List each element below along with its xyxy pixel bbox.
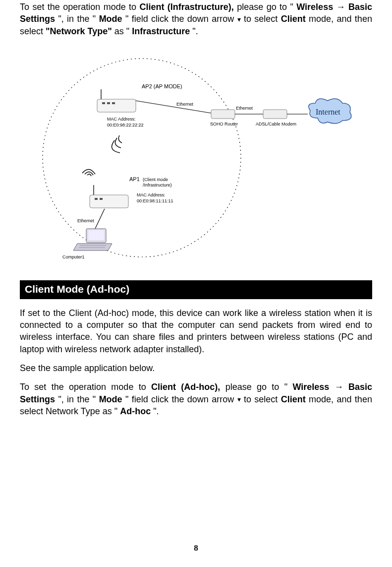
text: To set the operation mode to: [20, 2, 139, 12]
svg-rect-17: [88, 230, 104, 240]
text: please go to ": [237, 2, 293, 12]
text-bold: Ad-hoc: [120, 406, 151, 416]
diagram-ethernet-label-3: Ethernet: [77, 218, 95, 223]
text: To set the operation mode to: [20, 382, 151, 392]
text-bold: Wireless: [296, 2, 333, 12]
text-bold: Client: [281, 14, 306, 24]
svg-line-15: [95, 209, 105, 230]
text: ", in the ": [58, 394, 96, 404]
svg-rect-11: [90, 195, 128, 208]
svg-line-6: [136, 101, 211, 113]
diagram-ap2-mac-label: MAC Address:: [107, 117, 136, 122]
adhoc-description-paragraph: If set to the Client (Ad-hoc) mode, this…: [20, 307, 372, 355]
svg-rect-7: [211, 110, 235, 119]
network-diagram: AP2 (AP MODE) MAC Address: 00:E0:98:22:2…: [20, 51, 372, 264]
text: as ": [114, 26, 129, 36]
svg-rect-5: [112, 102, 115, 104]
diagram-computer1-label: Computer1: [62, 254, 85, 259]
page-number: 8: [0, 543, 392, 553]
diagram-ap1-mac-label: MAC Address:: [137, 192, 166, 197]
diagram-ap1-mode: (Client mode /Infrastructure): [143, 177, 172, 188]
text: " field click the down arrow: [125, 14, 237, 24]
text-bold: Mode: [99, 394, 122, 404]
text: to select: [244, 14, 281, 24]
diagram-ap2-label: AP2 (AP MODE): [142, 83, 182, 89]
diagram-soho-router-label: SOHO Router: [210, 122, 238, 126]
text: " field click the down arrow: [125, 394, 237, 404]
text: ".: [153, 406, 159, 416]
text-bold: Wireless: [292, 382, 329, 392]
svg-rect-14: [100, 198, 103, 200]
text-bold: Client: [281, 394, 306, 404]
dropdown-arrow-icon: ▾: [237, 395, 241, 404]
text: please go to ": [225, 382, 287, 392]
svg-rect-9: [263, 110, 287, 119]
see-sample-paragraph: See the sample application below.: [20, 362, 372, 374]
svg-rect-13: [95, 198, 98, 200]
svg-rect-1: [97, 99, 136, 112]
text: to select: [244, 394, 281, 404]
diagram-adsl-label: ADSL/Cable Modem: [256, 122, 296, 126]
arrow-right-icon: →: [336, 2, 345, 12]
top-instruction-paragraph: To set the operation mode to Client (Inf…: [20, 1, 372, 37]
svg-rect-4: [107, 102, 110, 104]
section-heading-client-mode-adhoc: Client Mode (Ad-hoc): [20, 280, 372, 299]
dropdown-arrow-icon: ▾: [237, 15, 241, 24]
diagram-ap2-mac-value: 00:E0:98:22:22:22: [107, 123, 144, 127]
diagram-ethernet-label-1: Ethernet: [176, 102, 194, 107]
diagram-internet-label: Internet: [316, 108, 340, 116]
text-bold: Client (Ad-hoc),: [151, 382, 220, 392]
text-bold: "Network Type": [46, 26, 112, 36]
svg-rect-3: [102, 102, 105, 104]
diagram-ap1-label: AP1: [129, 176, 140, 182]
arrow-right-icon: →: [335, 382, 343, 392]
diagram-ethernet-label-2: Ethernet: [236, 106, 253, 111]
text: ", in the ": [58, 14, 96, 24]
text-bold: Client (Infrastructure),: [139, 2, 233, 12]
text-bold: Infrastructure: [132, 26, 190, 36]
diagram-ap1-mac-value: 00:E0:98:11:11:11: [137, 198, 173, 203]
bottom-instruction-paragraph: To set the operation mode to Client (Ad-…: [20, 381, 372, 417]
text-bold: Mode: [99, 14, 122, 24]
text: ".: [192, 26, 198, 36]
